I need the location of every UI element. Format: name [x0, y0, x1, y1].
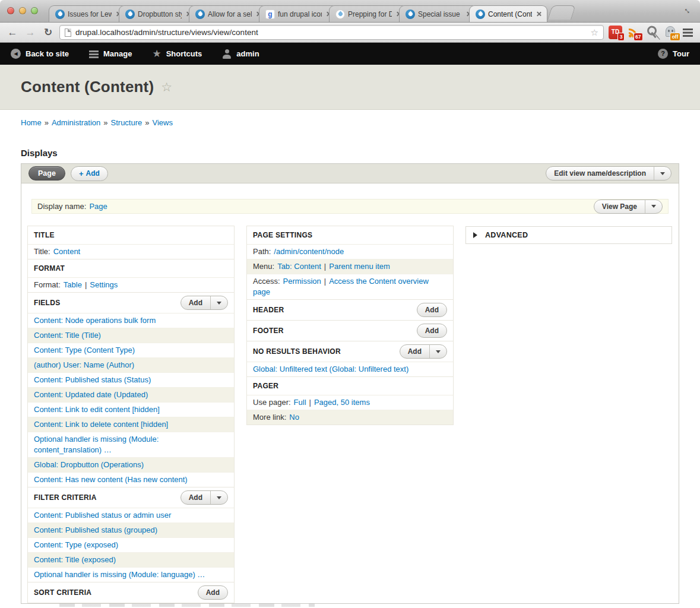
setting-link[interactable]: Views: [153, 118, 173, 127]
advanced-toggle[interactable]: ADVANCED: [466, 227, 672, 243]
fields-list: Content: Node operations bulk form Conte…: [28, 313, 234, 487]
footer-add-button[interactable]: Add: [417, 324, 446, 337]
pager-rows: Use pager:Full|Paged, 50 items More link…: [247, 395, 453, 425]
setting-link[interactable]: Paged, 50 items: [314, 398, 370, 407]
filter-row: Content: Type (exposed): [28, 537, 234, 552]
address-bar[interactable]: drupal.localhost/admin/structure/views/v…: [59, 25, 604, 40]
close-icon[interactable]: [535, 10, 543, 18]
field-row: Content: Updated date (Updated): [28, 387, 234, 402]
setting-link[interactable]: Content: [53, 247, 81, 256]
setting-link[interactable]: Full: [294, 398, 306, 407]
tab-content-active[interactable]: Content (Content): [469, 5, 547, 22]
edit-view-name-button[interactable]: Edit view name/description: [546, 167, 654, 180]
rss-extension-icon[interactable]: 67: [627, 26, 641, 39]
setting-link[interactable]: Administration: [52, 118, 100, 127]
filter-link[interactable]: Content: Type (exposed): [34, 540, 118, 549]
no-results-heading[interactable]: NO RESULTS BEHAVIOR: [253, 347, 341, 356]
filter-add-button[interactable]: Add: [181, 491, 210, 504]
setting-link[interactable]: Permission: [283, 277, 321, 286]
setting-link[interactable]: Parent menu item: [329, 262, 390, 271]
setting-link[interactable]: Structure: [111, 118, 142, 127]
tab-prepping[interactable]: Prepping for Drup: [329, 5, 407, 22]
fields-bucket-heading[interactable]: FIELDS: [34, 299, 60, 307]
url-text[interactable]: drupal.localhost/admin/structure/views/v…: [75, 28, 587, 37]
no-results-add-button[interactable]: Add: [400, 345, 429, 358]
footer-bucket-heading[interactable]: FOOTER: [253, 327, 284, 335]
view-page-dropdown-toggle[interactable]: [645, 200, 662, 213]
field-link[interactable]: Content: Updated date (Updated): [34, 390, 148, 399]
tour-button[interactable]: ? Tour: [658, 49, 689, 59]
field-link[interactable]: Content: Title (Title): [34, 331, 101, 340]
fullscreen-icon[interactable]: ↔: [682, 3, 695, 17]
setting-link[interactable]: Settings: [90, 280, 118, 289]
filter-link[interactable]: Content: Published status or admin user: [34, 511, 171, 520]
page-settings-rows: Path:/admin/content/node Menu:Tab: Conte…: [247, 244, 453, 299]
filter-link[interactable]: Optional handler is missing (Module: lan…: [34, 570, 205, 579]
back-to-site-link[interactable]: ◀ Back to site: [11, 49, 69, 59]
title-bucket-heading[interactable]: TITLE: [34, 231, 55, 239]
sort-criteria-bucket: SORT CRITERIA Add: [27, 582, 235, 603]
field-link[interactable]: Content: Has new content (Has new conten…: [34, 475, 188, 484]
filter-row: Content: Published status or admin user: [28, 508, 234, 522]
td-extension-icon[interactable]: TD 3: [609, 26, 622, 39]
no-results-link[interactable]: Global: Unfiltered text (Global: Unfilte…: [253, 365, 408, 373]
close-window-button[interactable]: [7, 7, 14, 14]
user-menu-item[interactable]: admin: [222, 49, 259, 59]
field-link[interactable]: (author) User: Name (Author): [34, 360, 134, 369]
no-results-add-dropdown-toggle[interactable]: [429, 345, 446, 358]
setting-link[interactable]: Table: [64, 280, 82, 289]
view-page-button[interactable]: View Page: [594, 200, 645, 213]
tab-dropbutton[interactable]: Dropbutton style: [119, 5, 197, 22]
new-tab-button[interactable]: [547, 5, 576, 20]
minimize-window-button[interactable]: [19, 7, 26, 14]
setting-link[interactable]: Home: [21, 118, 42, 127]
tab-allow-selection[interactable]: Allow for a selecti: [189, 5, 267, 22]
fields-add-button[interactable]: Add: [181, 296, 210, 309]
setting-link[interactable]: /admin/content/node: [274, 247, 344, 256]
field-link[interactable]: Content: Node operations bulk form: [34, 316, 156, 325]
back-button[interactable]: ←: [6, 27, 19, 39]
header-bucket-heading[interactable]: HEADER: [253, 306, 284, 314]
filter-bucket-heading[interactable]: FILTER CRITERIA: [34, 493, 97, 502]
setting-link[interactable]: Tab: Content: [277, 262, 321, 271]
tab-issues[interactable]: Issues for LewisN: [49, 5, 127, 22]
edit-view-dropdown-toggle[interactable]: [654, 167, 671, 180]
filter-row: Content: Published status (grouped): [28, 522, 234, 537]
setting-row: More link:No: [247, 410, 453, 425]
header-add-button[interactable]: Add: [417, 303, 446, 316]
shortcuts-menu-item[interactable]: ★ Shortcuts: [152, 49, 202, 59]
ghostery-extension-icon[interactable]: off: [664, 26, 677, 39]
filter-add-dropdown-toggle[interactable]: [210, 491, 227, 504]
reload-button[interactable]: ↻: [42, 26, 55, 39]
field-link[interactable]: Content: Published status (Status): [34, 375, 151, 384]
page-display-tab[interactable]: Page: [28, 166, 65, 180]
field-link[interactable]: Content: Type (Content Type): [34, 346, 135, 354]
field-link[interactable]: Global: Dropbutton (Operations): [34, 460, 144, 469]
bookmark-star-icon[interactable]: ☆: [591, 27, 598, 38]
fields-add-dropdown-toggle[interactable]: [210, 296, 227, 309]
add-display-button[interactable]: + Add: [71, 166, 108, 181]
zoom-window-button[interactable]: [31, 7, 38, 14]
filter-add-button-group: Add: [180, 490, 228, 505]
filter-link[interactable]: Content: Published status (grouped): [34, 525, 157, 534]
field-link[interactable]: Content: Link to delete content [hidden]: [34, 420, 168, 429]
manage-menu-item[interactable]: Manage: [89, 49, 132, 58]
browser-menu-icon[interactable]: [682, 26, 694, 39]
tab-fun-drupal-icons[interactable]: g fun drupal icons: [259, 5, 337, 22]
sort-bucket-heading[interactable]: SORT CRITERIA: [34, 588, 91, 597]
setting-link[interactable]: No: [289, 413, 299, 422]
key-extension-icon[interactable]: [642, 23, 661, 42]
page-settings-heading[interactable]: PAGE SETTINGS: [253, 231, 312, 239]
favorite-star-icon[interactable]: ☆: [161, 80, 172, 94]
setting-link[interactable]: Page: [89, 202, 107, 211]
field-link[interactable]: Optional handler is missing (Module: con…: [34, 435, 159, 454]
filter-link[interactable]: Content: Title (exposed): [34, 555, 116, 564]
display-name-label: Display name:: [37, 202, 86, 211]
format-bucket-heading[interactable]: FORMAT: [34, 264, 65, 273]
pager-bucket-heading[interactable]: PAGER: [253, 382, 278, 390]
field-link[interactable]: Content: Link to edit content [hidden]: [34, 405, 160, 414]
pager-bucket: PAGER Use pager:Full|Paged, 50 items Mor…: [246, 376, 454, 425]
sort-add-button[interactable]: Add: [198, 586, 227, 599]
tab-special-issue-tags[interactable]: Special issue tags: [399, 5, 477, 22]
forward-button: →: [24, 27, 37, 39]
